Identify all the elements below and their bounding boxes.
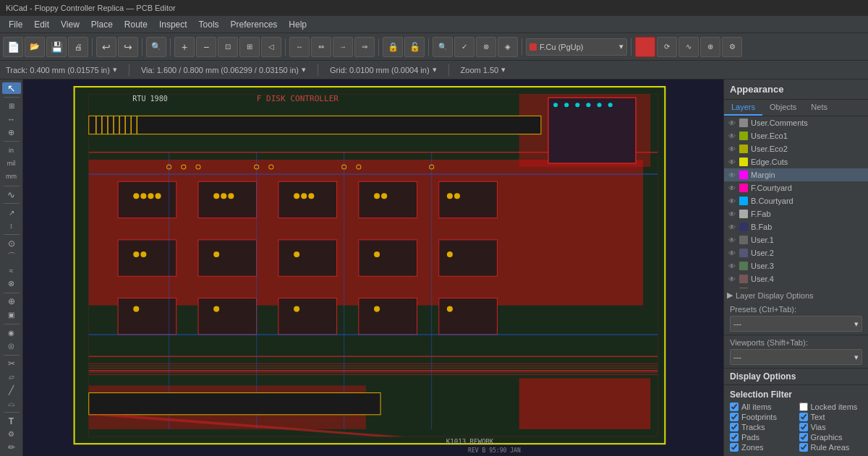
zoom-fit-button[interactable]: ⊡: [218, 37, 238, 57]
layer-row-user4[interactable]: 👁 User.4: [724, 272, 868, 285]
layer-visibility-toggle[interactable]: 👁: [727, 183, 737, 193]
lock-button[interactable]: 🔒: [383, 37, 403, 57]
shape-tool[interactable]: ▱: [2, 371, 21, 382]
mirror-button[interactable]: ⇔: [311, 37, 331, 57]
layer-row-b-fab[interactable]: 👁 B.Fab: [724, 220, 868, 233]
menu-help[interactable]: Help: [283, 18, 312, 31]
zoom-area-button[interactable]: ⊞: [239, 37, 260, 57]
cut-tool[interactable]: ✂: [2, 358, 21, 369]
layer-row-edge-cuts[interactable]: 👁 Edge.Cuts: [724, 155, 868, 168]
clearance-btn[interactable]: ⟳: [657, 37, 677, 57]
pad-tool[interactable]: ⊕: [2, 296, 21, 307]
text-tool[interactable]: T: [2, 416, 21, 427]
microwave-btn[interactable]: ∿: [678, 37, 699, 57]
arc-tool[interactable]: ⌓: [2, 397, 21, 409]
tab-nets[interactable]: Nets: [804, 100, 835, 116]
highlight-net-tool[interactable]: ◎: [2, 340, 21, 351]
layer-row-user-eco2[interactable]: 👁 User.Eco2: [724, 142, 868, 155]
menu-route[interactable]: Route: [119, 18, 153, 31]
zoom-out-button[interactable]: −: [196, 37, 216, 57]
menu-inspect[interactable]: Inspect: [153, 18, 193, 31]
menu-place[interactable]: Place: [85, 18, 119, 31]
tab-layers[interactable]: Layers: [724, 100, 762, 116]
undo-button[interactable]: ↩: [96, 37, 116, 57]
menu-view[interactable]: View: [55, 18, 85, 31]
dim-tool[interactable]: ↕: [2, 220, 21, 231]
layer-row-margin[interactable]: 👁 Margin: [724, 168, 868, 181]
layer-visibility-toggle[interactable]: 👁: [727, 274, 737, 284]
via-tool[interactable]: ⊗: [2, 278, 21, 289]
drc-button[interactable]: ✓: [454, 37, 475, 57]
save-button[interactable]: 💾: [46, 37, 67, 57]
mil-tool[interactable]: mil: [2, 158, 21, 169]
fp-tool[interactable]: ▣: [2, 309, 21, 320]
layer-visibility-toggle[interactable]: 👁: [727, 248, 737, 258]
layer-row-user-commands[interactable]: 👁 User.Comments: [724, 116, 868, 129]
flip-button[interactable]: ↔: [289, 37, 310, 57]
scripting2-btn[interactable]: ⚙: [2, 429, 21, 440]
layer-row-f-fab[interactable]: 👁 F.Fab: [724, 207, 868, 220]
layer-visibility-toggle[interactable]: 👁: [727, 209, 737, 219]
connect-tool[interactable]: ◉: [2, 327, 21, 338]
layer-visibility-toggle[interactable]: 👁: [727, 235, 737, 245]
component-tool[interactable]: ⊙: [2, 238, 21, 249]
layer-display-options[interactable]: ▶ Layer Display Options: [724, 288, 868, 302]
origin-tool[interactable]: ⊕: [2, 126, 21, 138]
layer-row-user-eco1[interactable]: 👁 User.Eco1: [724, 129, 868, 142]
route-track-tool[interactable]: ⌒: [2, 251, 21, 263]
menu-preferences[interactable]: Preferences: [225, 18, 284, 31]
sel-text-checkbox[interactable]: [799, 413, 808, 421]
print-button[interactable]: 🖨: [68, 37, 88, 57]
layer-row-user1[interactable]: 👁 User.1: [724, 233, 868, 246]
layer-row-b-courtyard[interactable]: 👁 B.Courtyard: [724, 194, 868, 207]
menu-tools[interactable]: Tools: [193, 18, 225, 31]
netinspect-button[interactable]: ⊗: [476, 37, 496, 57]
sel-tracks-checkbox[interactable]: [730, 423, 739, 431]
sel-pads-checkbox[interactable]: [730, 433, 739, 442]
tab-objects[interactable]: Objects: [762, 100, 804, 116]
new-button[interactable]: 📄: [3, 37, 23, 57]
scripting-btn[interactable]: ⚙: [722, 37, 742, 57]
sel-footprints-checkbox[interactable]: [730, 413, 739, 421]
open-button[interactable]: 📂: [25, 37, 45, 57]
sel-all-checkbox[interactable]: [730, 403, 739, 411]
layer-row-user3[interactable]: 👁 User.3: [724, 259, 868, 272]
mm-tool[interactable]: mm: [2, 171, 21, 182]
viewports-dropdown[interactable]: --- ▾: [730, 349, 862, 365]
redo-button[interactable]: ↪: [118, 37, 138, 57]
highlight-btn[interactable]: [635, 37, 655, 57]
layer-row-f-courtyard[interactable]: 👁 F.Courtyard: [724, 181, 868, 194]
menu-file[interactable]: File: [3, 18, 28, 31]
sel-vias-checkbox[interactable]: [799, 423, 808, 431]
layer-dropdown[interactable]: F.Cu (PgUp) ▾: [526, 38, 627, 56]
presets-dropdown[interactable]: --- ▾: [730, 316, 862, 332]
layer-visibility-toggle[interactable]: 👁: [727, 261, 737, 271]
grid-tool[interactable]: ⊞: [2, 100, 21, 112]
layer-visibility-toggle[interactable]: 👁: [727, 144, 737, 154]
pcb-canvas-area[interactable]: RTU 1980 F DISK CONTROLLER K1013 REWORK …: [23, 79, 723, 456]
pointer-tool[interactable]: ↗: [2, 207, 21, 218]
layer-visibility-toggle[interactable]: 👁: [727, 170, 737, 180]
layer-visibility-toggle[interactable]: 👁: [727, 196, 737, 206]
layer-visibility-toggle[interactable]: 👁: [727, 131, 737, 141]
board3d-button[interactable]: ◈: [498, 37, 518, 57]
fab-btn[interactable]: ⊕: [700, 37, 720, 57]
sel-graphics-checkbox[interactable]: [799, 433, 808, 442]
sel-zones-checkbox[interactable]: [730, 443, 739, 452]
wave-tool[interactable]: ∿: [2, 189, 21, 200]
sel-locked-checkbox[interactable]: [799, 403, 808, 411]
route-button[interactable]: →: [333, 37, 353, 57]
measure-tool[interactable]: ↔: [2, 113, 21, 125]
unlock-button[interactable]: 🔓: [404, 37, 425, 57]
line-tool[interactable]: ╱: [2, 384, 21, 396]
zoom-prev-button[interactable]: ◁: [261, 37, 281, 57]
pen-tool[interactable]: ✏: [2, 442, 21, 453]
layer-visibility-toggle[interactable]: 👁: [727, 157, 737, 167]
inspect-btn[interactable]: 🔍: [433, 37, 453, 57]
layer-visibility-toggle[interactable]: 👁: [727, 222, 737, 232]
sel-rule-areas-checkbox[interactable]: [799, 443, 808, 452]
route2-button[interactable]: ⇒: [354, 37, 375, 57]
select-tool[interactable]: ↖: [2, 82, 21, 94]
layer-row-user2[interactable]: 👁 User.2: [724, 246, 868, 259]
zoom-in-button[interactable]: +: [174, 37, 195, 57]
